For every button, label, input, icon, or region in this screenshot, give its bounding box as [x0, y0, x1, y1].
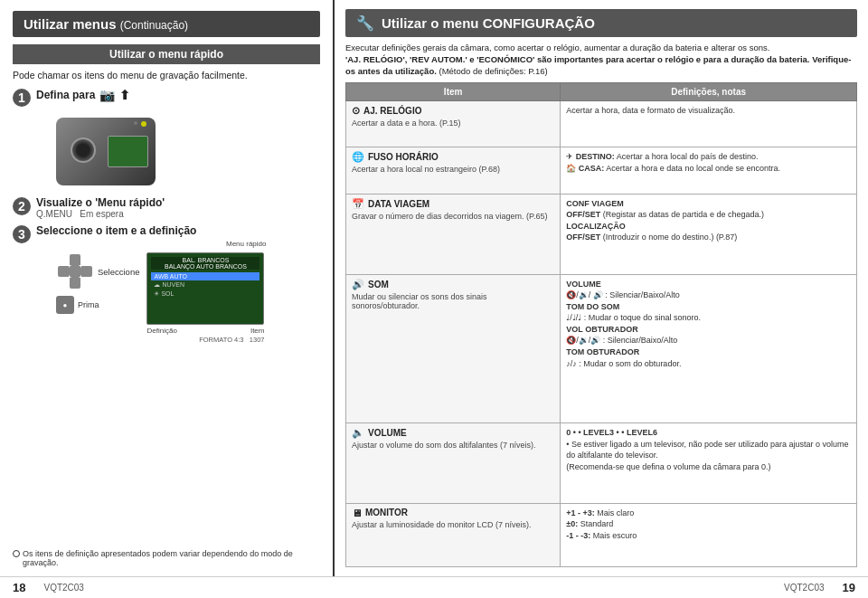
footer-page-right: 19: [843, 581, 855, 594]
clock2-icon: 🌐: [352, 151, 364, 163]
camera-lens: [71, 138, 96, 163]
right-intro: Executar definições gerais da câmara, co…: [345, 43, 857, 77]
def-line-4e: VOL OBTURADOR: [566, 324, 851, 336]
step-1-number: 1: [13, 89, 31, 107]
left-title: Utilizar menus: [24, 16, 117, 32]
item-desc-2: Acertar a hora local no estrangeiro (P.6…: [352, 165, 554, 174]
def-line-3d: OFF/SET (Introduzir o nome do destino.) …: [566, 232, 851, 243]
def-line-4b: 🔇/🔉/ 🔊 : Silenciar/Baixo/Alto: [566, 290, 851, 301]
def-line-4a: VOLUME: [566, 279, 851, 290]
camera-area: [13, 118, 320, 185]
item-col-6: 🖥 MONITOR Ajustar a luminosidade do moni…: [346, 503, 561, 566]
vol-icons: 🔇/🔉/🔊: [566, 336, 600, 345]
right-title-bar: 🔧 Utilizar o menu CONFIGURAÇÃO: [345, 9, 857, 37]
step-2-number: 2: [13, 197, 31, 215]
step-2-sub: Q.MENU Em espera: [36, 209, 320, 219]
step-2-content: Visualize o 'Menu rápido' Q.MENU Em espe…: [36, 196, 320, 219]
item-desc-1: Acertar a data e a hora. (P.15): [352, 119, 554, 128]
def-line-4f: 🔇/🔉/🔊 : Silenciar/Baixo/Alto: [566, 335, 851, 346]
item-desc-3: Gravar o número de dias decorridos na vi…: [352, 212, 554, 221]
step-1-title: Defina para 📷 ⬆: [36, 88, 320, 102]
def-col-4: VOLUME 🔇/🔉/ 🔊 : Silenciar/Baixo/Alto TOM…: [561, 274, 857, 422]
volume-icons: 🔇/🔉/ 🔊: [566, 290, 603, 299]
def-line-5c: (Recomenda-se que defina o volume da câm…: [566, 461, 851, 473]
monitor-icon: 🖥: [352, 508, 362, 518]
item-desc-4: Mudar ou silenciar os sons dos sinais so…: [352, 292, 554, 310]
item-col-2: 🌐 FUSO HORÁRIO Acertar a hora local no e…: [346, 147, 561, 194]
footer-right: VQT2C03 19: [784, 581, 855, 594]
camera-icon: 📷: [99, 88, 115, 102]
item-name-3: 📅 DATA VIAGEM: [352, 198, 554, 210]
def-col-5: 0 • • LEVEL3 • • LEVEL6 • Se estiver lig…: [561, 422, 857, 503]
item-name-2: 🌐 FUSO HORÁRIO: [352, 151, 554, 163]
menu-row-0: AWB AUTO: [151, 272, 259, 280]
bullet-circle: [13, 550, 20, 557]
def-col-6: +1 - +3: Mais claro ±0: Standard -1 - -3…: [561, 503, 857, 566]
table-row: 🔊 SOM Mudar ou silenciar os sons dos sin…: [346, 274, 857, 422]
house-icon: 🏠: [566, 164, 576, 173]
def-col-3: CONF VIAGEM OFF/SET (Registar as datas d…: [561, 194, 857, 274]
def-line-5a: 0 • • LEVEL3 • • LEVEL6: [566, 427, 851, 439]
step-1-row: 1 Defina para 📷 ⬆: [13, 88, 320, 107]
def-line-6c: -1 - -3: Mais escuro: [566, 530, 851, 542]
note-icons: ♩/♩/♩: [566, 313, 581, 322]
def-col-2: ✈ DESTINO: Acertar a hora local do país …: [561, 147, 857, 194]
def-line-3b: OFF/SET (Registar as datas de partida e …: [566, 209, 851, 221]
right-intro-bold: 'AJ. RELÓGIO', 'REV AUTOM.' e 'ECONÓMICO…: [345, 54, 851, 76]
item-col-1: ⊙ AJ. RELÓGIO Acertar a data e a hora. (…: [346, 101, 561, 147]
table-row: ⊙ AJ. RELÓGIO Acertar a data e a hora. (…: [346, 101, 857, 147]
left-title-bar: Utilizar menus (Continuação): [13, 11, 320, 37]
footer-code-left: VQT2C03: [43, 583, 83, 593]
shutter-icons: ♪/♪: [566, 359, 577, 368]
item-name-1: ⊙ AJ. RELÓGIO: [352, 105, 554, 117]
camera-illustration: [56, 118, 156, 185]
table-header-item: Item: [346, 83, 561, 101]
steps-area: 1 Defina para 📷 ⬆: [13, 88, 320, 542]
volume-icon: 🔈: [352, 427, 364, 439]
right-panel: 🔧 Utilizar o menu CONFIGURAÇÃO Executar …: [335, 0, 868, 576]
table-row: 🔈 VOLUME Ajustar o volume do som dos alt…: [346, 422, 857, 503]
def-line-2b: 🏠 CASA: Acertar a hora e data no local o…: [566, 163, 851, 175]
clock-icon: ⊙: [352, 105, 360, 117]
footer-code-right: VQT2C03: [784, 583, 824, 593]
bottom-note: Os itens de definição apresentados podem…: [13, 549, 320, 567]
dpad: [56, 252, 94, 290]
step-3-row: 3 Seleccione o item e a definição: [13, 224, 320, 243]
def-line-1: Acertar a hora, data e formato de visual…: [566, 105, 851, 117]
table-row: 🖥 MONITOR Ajustar a luminosidade do moni…: [346, 503, 857, 566]
table-row: 📅 DATA VIAGEM Gravar o número de dias de…: [346, 194, 857, 274]
def-col-1: Acertar a hora, data e formato de visual…: [561, 101, 857, 147]
item-col-4: 🔊 SOM Mudar ou silenciar os sons dos sin…: [346, 274, 561, 422]
calendar-icon: 📅: [352, 198, 364, 210]
config-table: Item Definições, notas ⊙ AJ. RELÓGIO Ace…: [345, 82, 857, 567]
wrench-icon: 🔧: [356, 14, 374, 32]
def-line-2a: ✈ DESTINO: Acertar a hora local do país …: [566, 151, 851, 163]
sound-icon: 🔊: [352, 279, 364, 290]
def-line-4d: ♩/♩/♩ : Mudar o toque do sinal sonoro.: [566, 312, 851, 324]
step-3-title: Seleccione o item e a definição: [36, 224, 320, 237]
footer-page-left: 18: [13, 581, 25, 594]
step-3-number: 3: [13, 225, 31, 243]
plane-icon: ✈: [566, 152, 573, 161]
step-1-content: Defina para 📷 ⬆: [36, 88, 320, 102]
item-desc-5: Ajustar o volume do som dos altifalantes…: [352, 441, 554, 450]
item-desc-6: Ajustar a luminosidade do monitor LCD (7…: [352, 520, 554, 529]
def-line-5b: • Se estiver ligado a um televisor, não …: [566, 439, 851, 461]
menu-row-1: ☁ NUVEN: [151, 280, 259, 290]
item-col-3: 📅 DATA VIAGEM Gravar o número de dias de…: [346, 194, 561, 274]
button-prima: ●: [56, 296, 74, 314]
def-line-4h: ♪/♪ : Mudar o som do obturador.: [566, 358, 851, 370]
def-line-3c: LOCALIZAÇÃO: [566, 221, 851, 233]
menu-screen-title: BAL. BRANCOSBALANÇO AUTO BRANCOS: [151, 257, 259, 270]
prima-label: Prima: [78, 300, 99, 309]
left-desc: Pode chamar os itens do menu de gravação…: [13, 70, 320, 81]
item-name-6: 🖥 MONITOR: [352, 508, 554, 518]
item-col-5: 🔈 VOLUME Ajustar o volume do som dos alt…: [346, 422, 561, 503]
arrow-icons: ⬆: [119, 88, 130, 102]
def-line-3a: CONF VIAGEM: [566, 198, 851, 210]
menu-label-tag: Menu rápido: [226, 240, 266, 248]
def-line-4g: TOM OBTURADOR: [566, 346, 851, 358]
menu-screen: BAL. BRANCOSBALANÇO AUTO BRANCOS AWB AUT…: [146, 252, 264, 325]
left-panel: Utilizar menus (Continuação) Utilizar o …: [0, 0, 335, 576]
menu-screen-container: Menu rápido BAL. BRANCOSBALANÇO AUTO BRA…: [146, 252, 264, 344]
